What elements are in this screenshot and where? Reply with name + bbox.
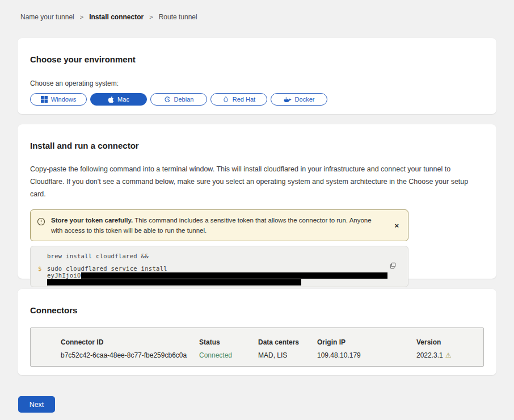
os-button-redhat[interactable]: Red Hat (210, 93, 267, 106)
connectors-card-title: Connectors (30, 305, 484, 315)
breadcrumb-step-install-connector[interactable]: Install connector (89, 13, 144, 21)
install-connector-card: Install and run a connector Copy-paste t… (18, 124, 496, 279)
connectors-card: Connectors Connector ID Status Data cent… (18, 289, 496, 375)
close-icon[interactable]: × (392, 221, 401, 230)
redacted-token-bar (81, 272, 387, 279)
connectors-table-header: Connector ID Status Data centers Origin … (61, 338, 483, 346)
breadcrumb: Name your tunnel > Install connector > R… (0, 0, 514, 21)
os-button-label: Windows (51, 96, 77, 103)
info-circle-icon (37, 217, 45, 228)
install-card-title: Install and run a connector (30, 141, 484, 150)
code-command: sudo cloudflared service install (47, 265, 167, 272)
cell-version: 2022.3.1 ⚠ (416, 351, 483, 359)
os-button-label: Debian (174, 96, 194, 103)
col-header-connector-id: Connector ID (61, 338, 199, 346)
os-button-docker[interactable]: Docker (271, 93, 327, 106)
environment-card-title: Choose your environment (30, 54, 484, 64)
breadcrumb-step-route-tunnel[interactable]: Route tunnel (159, 13, 197, 21)
col-header-status: Status (199, 338, 258, 346)
code-line-sudo: $ sudo cloudflared service install (31, 265, 408, 272)
cell-connector-id: b7c52c42-6caa-48ee-8c77-fbe259cb6c0a (61, 351, 199, 359)
copy-icon[interactable] (388, 261, 398, 272)
os-button-debian[interactable]: Debian (150, 93, 207, 106)
breadcrumb-separator: > (149, 14, 153, 20)
choose-environment-card: Choose your environment Choose an operat… (18, 38, 496, 114)
os-select-label: Choose an operating system: (30, 79, 484, 87)
status-badge: Connected (199, 351, 258, 359)
os-button-windows[interactable]: Windows (30, 93, 87, 106)
token-prefix: eyJhIjoiO (47, 272, 81, 279)
shell-prompt: $ (31, 265, 47, 272)
os-button-mac[interactable]: Mac (90, 93, 147, 106)
install-command-code-block: brew install cloudflared && $ sudo cloud… (30, 246, 408, 287)
cell-origin-ip: 109.48.10.179 (317, 351, 416, 359)
token-warning-banner: Store your token carefully. This command… (30, 209, 408, 242)
next-button[interactable]: Next (18, 396, 55, 413)
redacted-token-bar (47, 279, 301, 285)
breadcrumb-step-name-tunnel[interactable]: Name your tunnel (20, 13, 74, 21)
windows-icon (41, 96, 48, 103)
os-button-label: Mac (117, 96, 129, 103)
breadcrumb-separator: > (80, 14, 83, 20)
col-header-data-centers: Data centers (258, 338, 317, 346)
col-header-version: Version (416, 338, 483, 346)
version-value: 2022.3.1 (416, 351, 443, 359)
warning-message-bold: Store your token carefully. (51, 217, 133, 224)
col-header-origin-ip: Origin IP (317, 338, 416, 346)
connectors-table: Connector ID Status Data centers Origin … (30, 327, 484, 367)
redhat-icon (222, 96, 229, 103)
cell-data-centers: MAD, LIS (258, 351, 317, 359)
code-line-token: eyJhIjoiO (31, 272, 408, 279)
warning-triangle-icon: ⚠ (445, 351, 452, 359)
warning-message: Store your token carefully. This command… (51, 215, 377, 236)
install-description: Copy-paste the following command into a … (30, 163, 484, 201)
os-button-label: Red Hat (233, 96, 255, 103)
os-button-group: Windows Mac Debian Red Hat Docker (30, 93, 484, 106)
os-button-label: Docker (295, 96, 315, 103)
debian-icon (164, 96, 171, 103)
table-row: b7c52c42-6caa-48ee-8c77-fbe259cb6c0a Con… (61, 351, 483, 359)
docker-icon (284, 96, 292, 103)
code-line-brew: brew install cloudflared && (31, 253, 408, 259)
apple-icon (108, 96, 114, 103)
